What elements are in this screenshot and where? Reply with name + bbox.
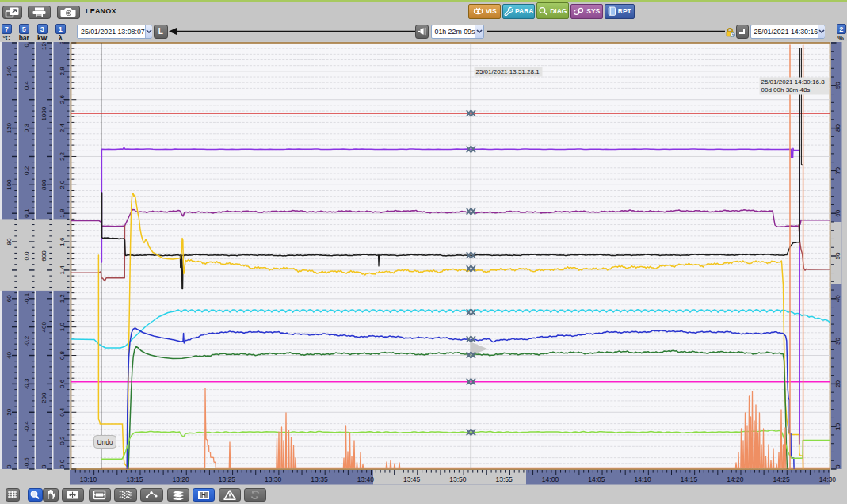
svg-text:1000: 1000	[40, 106, 48, 120]
svg-text:13:45: 13:45	[403, 475, 421, 483]
svg-text:100: 100	[6, 179, 13, 190]
svg-text:70: 70	[834, 166, 841, 174]
svg-text:20: 20	[6, 408, 13, 415]
svg-text:600: 600	[40, 250, 48, 262]
svg-text:80: 80	[6, 238, 13, 245]
svg-text:60: 60	[834, 209, 841, 216]
svg-text:13:30: 13:30	[265, 475, 282, 483]
svg-text:40: 40	[6, 352, 13, 359]
svg-text:-0.4: -0.4	[23, 421, 30, 432]
svg-text:14:15: 14:15	[681, 475, 698, 483]
svg-text:13:35: 13:35	[311, 475, 328, 483]
svg-text:13:20: 13:20	[172, 475, 189, 483]
svg-text:30: 30	[834, 338, 841, 345]
svg-text:0.4: 0.4	[59, 407, 66, 417]
svg-text:2.4: 2.4	[59, 123, 66, 132]
svg-text:200: 200	[40, 392, 48, 403]
svg-text:0.4: 0.4	[23, 81, 30, 90]
svg-text:800: 800	[40, 179, 48, 190]
svg-text:13:50: 13:50	[449, 475, 467, 483]
svg-text:60: 60	[6, 295, 13, 302]
svg-text:25/01/2021 14:30:16.8: 25/01/2021 14:30:16.8	[761, 78, 826, 86]
svg-text:80: 80	[834, 124, 841, 132]
svg-text:1.6: 1.6	[59, 237, 66, 246]
svg-text:13:40: 13:40	[357, 475, 375, 483]
svg-text:2.2: 2.2	[59, 151, 66, 161]
svg-text:0.2: 0.2	[23, 166, 30, 175]
svg-text:20: 20	[834, 380, 841, 387]
svg-text:10: 10	[834, 422, 841, 430]
svg-text:120: 120	[6, 122, 13, 133]
svg-text:3: 3	[59, 40, 66, 44]
svg-text:0: 0	[6, 464, 13, 468]
svg-text:13:15: 13:15	[126, 475, 143, 483]
svg-text:Undo: Undo	[97, 438, 113, 446]
svg-text:400: 400	[40, 321, 48, 332]
svg-text:0.0: 0.0	[23, 251, 30, 261]
svg-text:2.6: 2.6	[59, 95, 66, 105]
svg-text:1.4: 1.4	[59, 265, 66, 275]
svg-text:50: 50	[834, 252, 841, 259]
svg-text:0.0: 0.0	[59, 459, 66, 468]
svg-text:13:55: 13:55	[496, 475, 513, 483]
svg-text:0.5: 0.5	[23, 38, 30, 48]
svg-text:1.8: 1.8	[59, 208, 66, 218]
svg-text:14:05: 14:05	[588, 475, 605, 483]
svg-text:13:25: 13:25	[219, 475, 236, 483]
svg-text:1200: 1200	[40, 36, 48, 50]
svg-text:140: 140	[6, 66, 13, 77]
svg-text:25/01/2021 13:51:28.1: 25/01/2021 13:51:28.1	[476, 68, 540, 75]
svg-text:2.8: 2.8	[59, 67, 66, 76]
svg-text:14:10: 14:10	[635, 475, 652, 483]
svg-text:2.0: 2.0	[59, 180, 66, 189]
svg-text:-0.1: -0.1	[23, 292, 30, 304]
svg-text:1.2: 1.2	[59, 294, 66, 304]
svg-text:0.6: 0.6	[59, 379, 66, 388]
svg-text:0.3: 0.3	[23, 123, 30, 132]
svg-text:14:25: 14:25	[773, 475, 790, 483]
svg-text:-0.5: -0.5	[23, 457, 30, 468]
svg-text:0.8: 0.8	[59, 350, 66, 360]
svg-text:0: 0	[834, 464, 841, 468]
svg-text:90: 90	[834, 82, 841, 89]
svg-text:0.1: 0.1	[23, 208, 30, 218]
svg-text:14:00: 14:00	[542, 475, 559, 483]
svg-text:13:10: 13:10	[80, 475, 97, 483]
svg-text:14:30: 14:30	[819, 475, 837, 483]
svg-text:0.2: 0.2	[59, 436, 66, 445]
svg-text:00d 00h 38m 48s: 00d 00h 38m 48s	[761, 86, 811, 94]
svg-text:14:20: 14:20	[727, 475, 744, 483]
svg-text:1.0: 1.0	[59, 323, 66, 332]
svg-text:40: 40	[834, 295, 841, 302]
svg-text:-0.2: -0.2	[23, 335, 30, 346]
svg-text:0: 0	[40, 464, 48, 468]
svg-text:-0.3: -0.3	[23, 378, 30, 389]
